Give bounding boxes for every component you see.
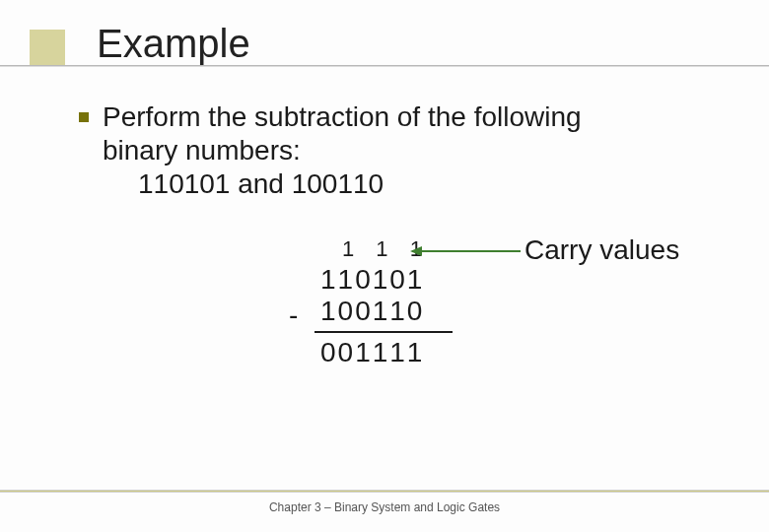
minus-operator: - — [289, 299, 298, 331]
footer-divider — [0, 490, 769, 493]
carry-values: 1 1 1 — [342, 236, 453, 262]
result: 001111 — [320, 337, 453, 368]
footer-text: Chapter 3 – Binary System and Logic Gate… — [0, 500, 769, 514]
square-bullet-icon — [79, 112, 89, 122]
bullet-text-line2: binary numbers: — [103, 134, 582, 167]
title-accent-block — [30, 30, 65, 65]
subtraction-block: 1 1 1 110101 - 100110 001111 — [281, 236, 453, 368]
operand-2: 100110 — [320, 296, 453, 327]
arrow-to-carry — [412, 250, 521, 252]
arrow-line — [412, 250, 521, 252]
carry-label: Carry values — [524, 234, 679, 266]
equals-line — [315, 331, 453, 333]
bullet-item: Perform the subtraction of the following… — [79, 100, 749, 167]
page-title: Example — [97, 22, 250, 66]
content-area: Perform the subtraction of the following… — [79, 100, 749, 201]
operand-1: 110101 — [320, 264, 453, 296]
title-bar: Example — [0, 30, 769, 79]
arrow-head-icon — [410, 246, 422, 256]
bullet-text-line3: 110101 and 100110 — [138, 167, 749, 201]
bullet-text-line1: Perform the subtraction of the following — [103, 100, 582, 134]
